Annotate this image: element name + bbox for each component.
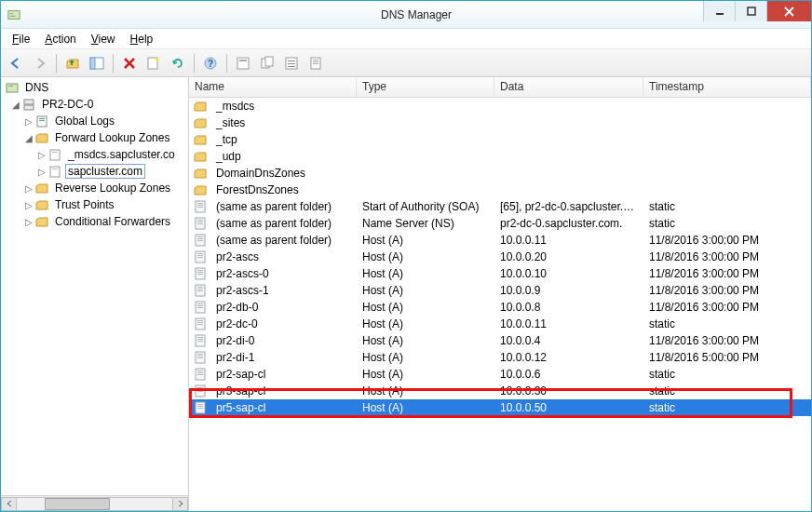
maximize-button[interactable] (735, 1, 766, 21)
menu-view[interactable]: View (84, 31, 123, 47)
folder-icon (193, 99, 208, 114)
tree-node-server[interactable]: ◢ PR2-DC-0 (3, 96, 188, 113)
svg-rect-2 (10, 15, 16, 16)
list-body[interactable]: _msdcs_sites_tcp_udpDomainDnsZonesForest… (189, 98, 811, 511)
action-button-3[interactable] (280, 52, 303, 74)
svg-rect-25 (24, 100, 34, 104)
up-folder-button[interactable] (61, 52, 84, 74)
cell-data: pr2-dc-0.sapcluster.com. (494, 217, 643, 230)
svg-point-8 (156, 58, 159, 61)
cell-type: Host (A) (357, 234, 494, 247)
cell-timestamp: 11/8/2016 3:00:00 PM (643, 301, 811, 314)
svg-rect-28 (39, 118, 45, 119)
tree-node-zone-sapcluster[interactable]: ▷ sapcluster.com (3, 163, 188, 180)
expand-icon[interactable]: ▷ (23, 217, 34, 227)
record-row[interactable]: (same as parent folder)Name Server (NS)p… (189, 215, 811, 232)
svg-rect-23 (7, 84, 18, 92)
scroll-left-icon[interactable] (1, 497, 17, 511)
toolbar: ? (1, 49, 811, 77)
back-button[interactable] (5, 52, 27, 74)
cell-data: 10.0.0.50 (494, 401, 643, 414)
dns-root-icon (5, 80, 20, 95)
record-row[interactable]: (same as parent folder)Start of Authorit… (189, 198, 811, 215)
expand-icon[interactable]: ▷ (36, 150, 47, 160)
collapse-icon[interactable]: ◢ (10, 100, 21, 110)
zone-icon (47, 147, 62, 162)
folder-row[interactable]: DomainDnsZones (189, 165, 811, 182)
cell-timestamp: 11/8/2016 3:00:00 PM (643, 234, 811, 247)
refresh-button[interactable] (167, 52, 189, 74)
record-icon (193, 283, 208, 298)
svg-rect-11 (237, 58, 249, 69)
scroll-right-icon[interactable] (172, 497, 188, 511)
forward-button[interactable] (29, 52, 51, 74)
menu-help[interactable]: Help (123, 31, 161, 47)
folder-row[interactable]: _sites (189, 115, 811, 131)
svg-rect-52 (197, 272, 203, 273)
record-row[interactable]: (same as parent folder)Host (A)10.0.0.11… (189, 232, 811, 249)
tree-node-dns[interactable]: DNS (3, 79, 188, 96)
tree-node-zone-msdcs[interactable]: ▷ _msdcs.sapcluster.co (3, 146, 188, 163)
scroll-track[interactable] (17, 497, 172, 511)
record-row[interactable]: pr3-sap-clHost (A)10.0.0.30static (189, 383, 811, 399)
folder-row[interactable]: _msdcs (189, 98, 811, 115)
record-row[interactable]: pr2-di-0Host (A)10.0.0.411/8/2016 3:00:0… (189, 332, 811, 349)
menu-action[interactable]: Action (37, 31, 83, 47)
collapse-icon[interactable]: ◢ (23, 133, 34, 143)
show-hide-tree-button[interactable] (86, 52, 108, 74)
svg-rect-60 (197, 305, 203, 306)
expand-icon[interactable]: ▷ (23, 116, 34, 127)
column-header-type[interactable]: Type (357, 77, 494, 97)
cell-type: Name Server (NS) (357, 217, 494, 230)
cell-name: pr2-di-0 (210, 334, 357, 347)
folder-row[interactable]: _udp (189, 148, 811, 165)
record-row[interactable]: pr2-ascs-1Host (A)10.0.0.911/8/2016 3:00… (189, 282, 811, 299)
expand-icon[interactable]: ▷ (36, 167, 47, 177)
column-header-data[interactable]: Data (494, 77, 643, 97)
minimize-button[interactable] (703, 1, 735, 21)
expand-icon[interactable]: ▷ (23, 183, 34, 194)
action-button-1[interactable] (232, 52, 254, 74)
toolbar-separator (56, 54, 57, 73)
help-button[interactable]: ? (199, 52, 222, 74)
svg-rect-69 (197, 341, 203, 342)
cell-name: pr2-dc-0 (210, 317, 357, 330)
folder-row[interactable]: _tcp (189, 131, 811, 148)
svg-rect-79 (197, 387, 203, 388)
folder-icon (34, 197, 49, 212)
tree-node-global-logs[interactable]: ▷ Global Logs (3, 113, 188, 129)
svg-rect-81 (197, 391, 203, 392)
tree-node-fwd-zones[interactable]: ◢ Forward Lookup Zones (3, 129, 188, 146)
tree-node-cond-fwd[interactable]: ▷ Conditional Forwarders (3, 213, 188, 230)
tree-scroll[interactable]: DNS ◢ PR2-DC-0 ▷ Global Logs ◢ Forward L… (1, 77, 188, 495)
svg-rect-73 (197, 357, 203, 358)
tree-node-trust-points[interactable]: ▷ Trust Points (3, 196, 188, 213)
record-row[interactable]: pr2-ascs-0Host (A)10.0.0.1011/8/2016 3:0… (189, 265, 811, 282)
svg-rect-3 (716, 13, 724, 15)
column-header-name[interactable]: Name (189, 77, 357, 97)
cell-type: Host (A) (357, 351, 494, 364)
new-button[interactable] (142, 52, 165, 74)
cell-type: Host (A) (357, 334, 494, 347)
record-row[interactable]: pr2-sap-clHost (A)10.0.0.6static (189, 366, 811, 383)
scroll-thumb[interactable] (45, 498, 110, 510)
action-button-4[interactable] (304, 52, 327, 74)
record-row[interactable]: pr2-db-0Host (A)10.0.0.811/8/2016 3:00:0… (189, 299, 811, 316)
tree-node-rev-zones[interactable]: ▷ Reverse Lookup Zones (3, 180, 188, 196)
cell-name: pr3-sap-cl (210, 384, 357, 397)
menu-file[interactable]: File (5, 31, 37, 47)
delete-button[interactable] (118, 52, 141, 74)
cell-timestamp: 11/8/2016 3:00:00 PM (643, 284, 811, 297)
record-row[interactable]: pr2-ascsHost (A)10.0.0.2011/8/2016 3:00:… (189, 249, 811, 265)
record-row[interactable]: pr5-sap-clHost (A)10.0.0.50static (189, 399, 811, 416)
action-button-2[interactable] (256, 52, 278, 74)
record-row[interactable]: pr2-dc-0Host (A)10.0.0.11static (189, 316, 811, 332)
folder-row[interactable]: ForestDnsZones (189, 182, 811, 198)
close-button[interactable] (766, 1, 811, 21)
svg-rect-32 (50, 167, 60, 177)
svg-rect-71 (197, 354, 203, 355)
expand-icon[interactable]: ▷ (23, 200, 34, 210)
column-header-timestamp[interactable]: Timestamp (643, 77, 811, 97)
record-row[interactable]: pr2-di-1Host (A)10.0.0.1211/8/2016 5:00:… (189, 349, 811, 366)
tree-horizontal-scrollbar[interactable] (1, 495, 188, 511)
